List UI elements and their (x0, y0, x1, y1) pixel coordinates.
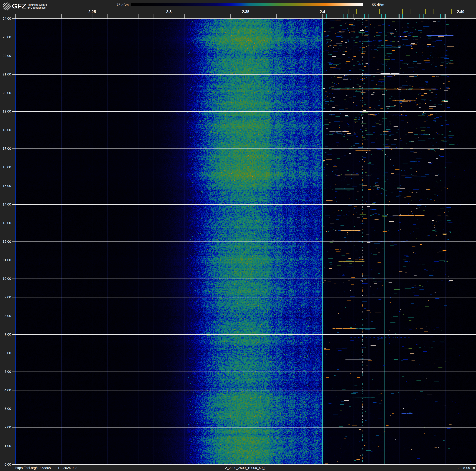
time-label: 16:00 (0, 165, 11, 169)
freq-tick (169, 14, 169, 18)
channel-tick-yellow (379, 9, 380, 14)
time-label: 9:00 (0, 295, 11, 299)
hour-gridline (12, 74, 476, 74)
channel-tick-teal (428, 14, 428, 18)
channel-tick-teal (339, 14, 339, 18)
freq-tick (184, 14, 185, 18)
channel-tick-yellow (418, 9, 418, 14)
channel-tick-yellow (349, 9, 349, 14)
time-label: 3:00 (0, 407, 11, 411)
channel-tick-yellow (341, 9, 341, 14)
freq-tick (77, 14, 77, 18)
channel-tick-teal (331, 14, 331, 18)
hour-gridline (12, 56, 476, 56)
time-label: 24:00 (0, 17, 11, 21)
freq-tick (461, 14, 461, 18)
time-label: 6:00 (0, 351, 11, 355)
time-label: 13:00 (0, 221, 11, 225)
hour-gridline (12, 223, 476, 223)
channel-tick-yellow (395, 9, 395, 14)
channel-tick-yellow (372, 9, 372, 14)
time-label: 4:00 (0, 388, 11, 392)
hour-gridline (12, 260, 476, 260)
hour-gridline (12, 93, 476, 93)
hour-gridline (12, 204, 476, 205)
channel-tick-teal (385, 14, 386, 18)
logo-org-name: GFZ (12, 2, 26, 10)
channel-tick-teal (356, 14, 356, 18)
freq-label: 2.25 (88, 10, 96, 14)
channel-tick-teal (419, 14, 420, 18)
channel-tick-yellow (387, 9, 387, 14)
freq-label: 2.3 (166, 10, 172, 14)
freq-label: 2.35 (242, 10, 250, 14)
time-label: 21:00 (0, 72, 11, 76)
freq-tick (230, 14, 231, 18)
channel-tick-teal (440, 14, 441, 18)
hour-gridline (12, 409, 476, 409)
gfz-logo-icon (3, 2, 11, 10)
logo-subtitle-line2: for Geosciences (27, 6, 47, 9)
freq-tick (246, 14, 246, 18)
hour-gridline (12, 372, 476, 372)
channel-tick-teal (394, 14, 394, 18)
channel-tick-teal (407, 14, 407, 18)
time-label: 23:00 (0, 35, 11, 39)
time-label: 20:00 (0, 91, 11, 95)
channel-tick-teal (411, 14, 411, 18)
channel-tick-teal (369, 14, 369, 18)
freq-tick (353, 14, 354, 18)
hour-gridline (12, 427, 476, 428)
time-label: 11:00 (0, 258, 11, 262)
freq-tick (138, 14, 138, 18)
channel-tick-teal (415, 14, 415, 18)
hour-gridline (12, 148, 476, 149)
freq-label: 2.49 (457, 10, 464, 14)
freq-tick (261, 14, 261, 18)
colorbar-min-label: -75 dBm (106, 3, 129, 7)
freq-tick (61, 14, 62, 18)
channel-tick-teal (381, 14, 382, 18)
channel-tick-teal (335, 14, 335, 18)
time-label: 19:00 (0, 109, 11, 113)
hour-gridline (12, 37, 476, 37)
logo-subtitle: Helmholtz Centre for Geosciences (27, 3, 47, 9)
hour-gridline (12, 241, 476, 242)
time-label: 10:00 (0, 277, 11, 281)
channel-tick-teal (398, 14, 398, 18)
colorbar (131, 3, 363, 6)
freq-tick (46, 14, 46, 18)
freq-tick (384, 14, 384, 18)
channel-tick-teal (360, 14, 360, 18)
channel-tick-teal (352, 14, 352, 18)
freq-tick (153, 14, 154, 18)
channel-tick-teal (377, 14, 377, 18)
freq-tick (445, 14, 446, 18)
freq-tick (323, 14, 323, 18)
time-label: 5:00 (0, 370, 11, 374)
time-label: 14:00 (0, 202, 11, 206)
channel-tick-teal (364, 14, 365, 18)
freq-tick (107, 14, 108, 18)
hour-gridline (12, 464, 476, 465)
hour-gridline (12, 446, 476, 446)
date-label: 2025-09-18 (407, 466, 475, 470)
channel-tick-yellow (433, 9, 433, 14)
freq-tick (399, 14, 400, 18)
time-label: 2:00 (0, 425, 11, 429)
freq-tick (215, 14, 215, 18)
time-label: 0:00 (0, 463, 11, 467)
freq-tick (276, 14, 277, 18)
hour-gridline (12, 18, 476, 19)
time-label: 12:00 (0, 240, 11, 244)
channel-tick-yellow (364, 9, 364, 14)
freq-tick (338, 14, 338, 18)
time-label: 22:00 (0, 54, 11, 58)
hour-gridline (12, 390, 476, 390)
hour-gridline (12, 353, 476, 353)
freq-tick (430, 14, 430, 18)
channel-tick-teal (402, 14, 403, 18)
hour-gridline (12, 130, 476, 130)
hour-gridline (12, 334, 476, 335)
freq-tick (307, 14, 307, 18)
